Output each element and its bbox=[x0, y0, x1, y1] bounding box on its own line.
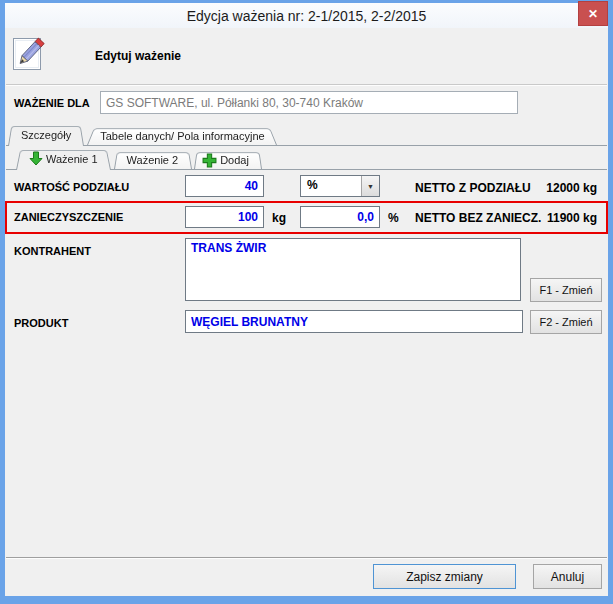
weighing-tabstrip: Ważenie 1 Ważenie 2 Dodaj bbox=[6, 147, 607, 170]
wazenie-dla-field[interactable] bbox=[100, 91, 518, 114]
edit-pencil-icon bbox=[12, 35, 48, 73]
subtab-label: Dodaj bbox=[220, 154, 249, 166]
combobox-dropdown-button[interactable]: ▼ bbox=[361, 176, 379, 196]
podzial-unit-combobox[interactable]: % ▼ bbox=[300, 175, 380, 197]
subtab-dodaj[interactable]: Dodaj bbox=[194, 151, 262, 169]
subtab-wazenie-1[interactable]: Ważenie 1 bbox=[16, 148, 111, 169]
wazenie-dla-label: WAŻENIE DLA bbox=[14, 97, 90, 109]
zanieczyszczenie-label: ZANIECZYSZCZENIE bbox=[14, 211, 123, 223]
zanieczyszczenie-kg-input[interactable] bbox=[185, 206, 264, 228]
wartosc-podzialu-label: WARTOŚĆ PODZIAŁU bbox=[14, 181, 129, 193]
wartosc-podzialu-input[interactable] bbox=[185, 175, 264, 197]
netto-z-podzialu-value: 12000 kg bbox=[546, 181, 597, 195]
dialog-window: Edycja ważenia nr: 2-1/2015, 2-2/2015 ✕ … bbox=[0, 0, 613, 604]
close-icon: ✕ bbox=[588, 7, 598, 21]
kontrahent-change-button[interactable]: F1 - Zmień bbox=[530, 278, 602, 302]
kontrahent-label: KONTRAHENT bbox=[14, 245, 91, 257]
window-border-bottom bbox=[0, 596, 613, 604]
netto-bez-zaniecz-label: NETTO BEZ ZANIECZ. bbox=[415, 211, 541, 225]
produkt-label: PRODUKT bbox=[14, 317, 68, 329]
main-tabstrip: Szczegóły Tabele danych/ Pola informacyj… bbox=[6, 124, 607, 146]
netto-bez-zaniecz-value: 11900 kg bbox=[547, 211, 597, 225]
tab-tabele-danych[interactable]: Tabele danych/ Pola informacyjne bbox=[87, 127, 277, 145]
netto-z-podzialu-label: NETTO Z PODZIAŁU bbox=[415, 181, 531, 195]
kontrahent-textarea[interactable]: TRANS ŻWIR bbox=[185, 238, 521, 301]
tab-szczegoly[interactable]: Szczegóły bbox=[8, 124, 84, 145]
zanieczyszczenie-pct-input[interactable] bbox=[300, 206, 380, 228]
header-separator bbox=[6, 84, 607, 85]
footer-separator bbox=[6, 557, 607, 558]
subtab-label: Ważenie 2 bbox=[127, 154, 179, 166]
save-button[interactable]: Zapisz zmiany bbox=[373, 564, 516, 589]
window-border-left bbox=[0, 0, 5, 604]
header-title: Edytuj ważenie bbox=[95, 49, 181, 63]
tab-label: Tabele danych/ Pola informacyjne bbox=[100, 130, 264, 142]
title-bar[interactable]: Edycja ważenia nr: 2-1/2015, 2-2/2015 bbox=[5, 3, 608, 28]
combobox-selected-value: % bbox=[301, 176, 361, 196]
subtab-label: Ważenie 1 bbox=[46, 153, 98, 165]
tab-label: Szczegóły bbox=[21, 129, 71, 141]
close-button[interactable]: ✕ bbox=[578, 1, 608, 26]
produkt-change-button[interactable]: F2 - Zmień bbox=[530, 310, 602, 334]
green-plus-icon bbox=[202, 153, 217, 168]
kg-unit-label: kg bbox=[272, 211, 286, 225]
chevron-down-icon: ▼ bbox=[367, 183, 374, 190]
cancel-button[interactable]: Anuluj bbox=[533, 564, 602, 589]
green-arrow-down-icon bbox=[29, 151, 43, 166]
produkt-input[interactable] bbox=[185, 310, 523, 333]
pct-unit-label: % bbox=[388, 211, 399, 225]
window-border-right bbox=[608, 0, 613, 604]
subtab-wazenie-2[interactable]: Ważenie 2 bbox=[114, 151, 192, 169]
window-title: Edycja ważenia nr: 2-1/2015, 2-2/2015 bbox=[187, 8, 427, 24]
